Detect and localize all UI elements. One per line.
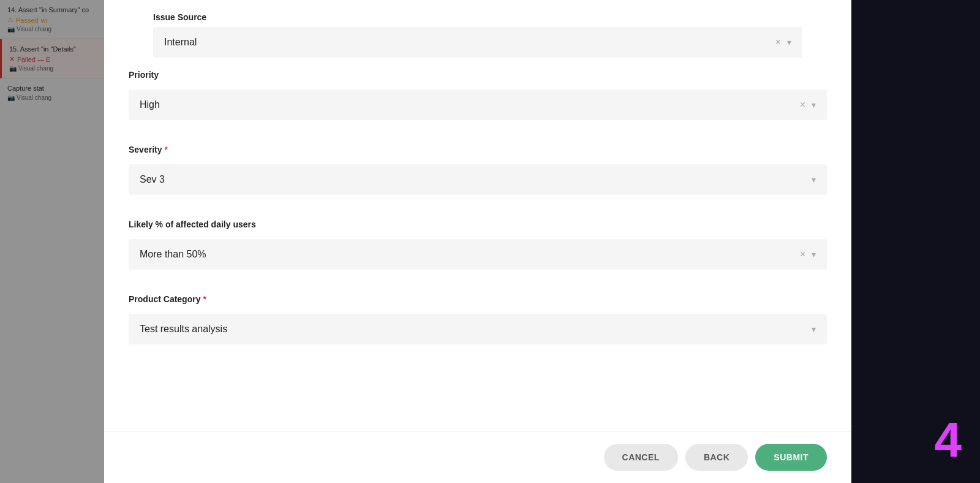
product-category-controls: ▾ [812, 324, 816, 334]
issue-source-clear-icon[interactable]: × [775, 37, 781, 48]
priority-label: Priority [129, 70, 827, 80]
affected-users-controls: × ▾ [800, 249, 816, 260]
issue-source-controls: × ▾ [775, 37, 791, 48]
product-category-select[interactable]: Test results analysis ▾ [129, 314, 827, 344]
affected-users-value: More than 50% [140, 249, 800, 260]
submit-button[interactable]: SUBMIT [755, 444, 827, 471]
back-button[interactable]: BACK [685, 444, 748, 471]
severity-label: Severity * [129, 145, 827, 154]
priority-select[interactable]: High × ▾ [129, 89, 827, 120]
priority-arrow-icon[interactable]: ▾ [812, 100, 816, 110]
severity-required-star: * [164, 145, 167, 154]
priority-controls: × ▾ [800, 99, 816, 110]
issue-source-label-top: Issue Source [153, 12, 802, 22]
product-category-value: Test results analysis [140, 324, 812, 335]
issue-source-arrow-icon[interactable]: ▾ [787, 37, 791, 47]
modal-dialog: Issue Source Internal × ▾ Priority High … [104, 0, 851, 483]
affected-users-section: Likely % of affected daily users More th… [129, 207, 827, 270]
priority-section: Priority High × ▾ [129, 58, 827, 120]
affected-users-arrow-icon[interactable]: ▾ [812, 249, 816, 259]
product-category-required-star: * [203, 294, 206, 304]
issue-source-section-top: Issue Source Internal × ▾ [129, 0, 827, 58]
affected-users-clear-icon[interactable]: × [800, 249, 805, 260]
severity-section: Severity * Sev 3 ▾ [129, 132, 827, 195]
product-category-arrow-icon[interactable]: ▾ [812, 324, 816, 334]
priority-value: High [140, 99, 800, 110]
affected-users-select[interactable]: More than 50% × ▾ [129, 239, 827, 270]
issue-source-value: Internal [164, 37, 775, 48]
modal-form-content: Issue Source Internal × ▾ Priority High … [104, 0, 851, 431]
cancel-button[interactable]: CANCEL [604, 444, 678, 471]
modal-footer: CANCEL BACK SUBMIT [104, 431, 851, 483]
product-category-label: Product Category * [129, 294, 827, 304]
severity-controls: ▾ [812, 175, 816, 184]
severity-select[interactable]: Sev 3 ▾ [129, 164, 827, 195]
severity-arrow-icon[interactable]: ▾ [812, 175, 816, 184]
step-number-badge: 4 [935, 416, 962, 465]
product-category-section: Product Category * Test results analysis… [129, 282, 827, 344]
severity-value: Sev 3 [140, 174, 812, 185]
priority-clear-icon[interactable]: × [800, 99, 805, 110]
affected-users-label: Likely % of affected daily users [129, 219, 827, 229]
issue-source-select[interactable]: Internal × ▾ [153, 27, 802, 58]
